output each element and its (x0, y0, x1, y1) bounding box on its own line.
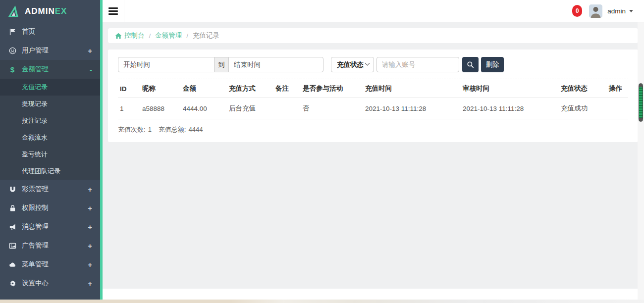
home-icon (115, 33, 122, 39)
table-row: 1 a58888 4444.00 后台充值 否 2021-10-13 11:11… (118, 98, 628, 119)
user-dropdown[interactable]: admin (607, 7, 633, 15)
column-header-audit-time: 审核时间 (461, 79, 559, 98)
cell-remark (273, 98, 301, 119)
records-panel: 到 充值状态 删除 (108, 50, 638, 142)
search-button[interactable] (462, 57, 479, 72)
breadcrumb-finance-link[interactable]: 金额管理 (155, 31, 182, 40)
notification-badge[interactable]: 0 (572, 5, 582, 17)
finance-submenu: 充值记录 提现记录 投注记录 金额流水 盈亏统计 代理团队记录 (0, 79, 100, 180)
submenu-item-profit-stats[interactable]: 盈亏统计 (0, 146, 100, 163)
expand-plus-icon: + (88, 260, 92, 269)
expand-plus-icon: + (88, 279, 92, 288)
cell-id: 1 (118, 98, 140, 119)
filter-bar: 到 充值状态 删除 (118, 57, 628, 72)
recharge-count-value: 1 (148, 126, 152, 133)
avatar[interactable] (589, 4, 602, 18)
start-time-input[interactable] (118, 57, 215, 72)
expand-plus-icon: + (88, 223, 92, 231)
account-input[interactable] (376, 57, 459, 72)
sidebar: ADMINEX 首页 用户管理 + $ 金额管理 - 充值记录 提现记录 投注记… (0, 0, 100, 300)
submenu-item-recharge-records[interactable]: 充值记录 (0, 79, 100, 96)
submenu-label: 金额流水 (22, 133, 48, 142)
vertical-scrollbar-thumb[interactable] (639, 83, 643, 122)
submenu-item-agent-team-records[interactable]: 代理团队记录 (0, 163, 100, 180)
cell-method: 后台充值 (227, 98, 273, 119)
cell-recharge-time: 2021-10-13 11:11:28 (363, 98, 461, 119)
expand-plus-icon: + (88, 185, 92, 194)
end-time-input[interactable] (228, 57, 323, 72)
cell-activity: 否 (301, 98, 363, 119)
sidebar-item-ads[interactable]: 广告管理 + (0, 236, 100, 255)
delete-button[interactable]: 删除 (481, 57, 504, 72)
vertical-scrollbar-track[interactable] (638, 22, 644, 300)
breadcrumb: 控制台 / 金额管理 / 充值记录 (108, 28, 638, 43)
sidebar-item-lottery[interactable]: 彩票管理 + (0, 180, 100, 199)
sidebar-item-label: 权限控制 (22, 203, 49, 212)
search-icon (467, 61, 474, 68)
submenu-label: 投注记录 (22, 116, 48, 125)
sidebar-item-menus[interactable]: 菜单管理 + (0, 255, 100, 274)
sidebar-item-label: 首页 (22, 27, 35, 36)
main-area: 0 admin 控制台 / 金额管理 / 充值记录 (103, 0, 644, 303)
chevron-down-icon (629, 10, 633, 12)
column-header-method: 充值方式 (227, 79, 273, 98)
sidebar-toggle-button[interactable] (103, 0, 124, 22)
submenu-item-amount-flow[interactable]: 金额流水 (0, 129, 100, 146)
sidebar-item-home[interactable]: 首页 (0, 22, 100, 41)
sidebar-item-label: 设置中心 (22, 279, 49, 288)
magnet-icon (8, 185, 17, 193)
cell-nickname: a58888 (140, 98, 181, 119)
user-icon (8, 47, 17, 54)
date-range-group: 到 (118, 57, 323, 72)
horizontal-scrollbar[interactable] (0, 300, 644, 303)
bullhorn-icon (8, 223, 17, 231)
breadcrumb-separator: / (149, 32, 151, 40)
sidebar-item-label: 消息管理 (22, 222, 49, 231)
sidebar-item-messages[interactable]: 消息管理 + (0, 217, 100, 236)
brand-name: ADMINEX (25, 6, 67, 16)
recharge-status-select[interactable]: 充值状态 (331, 57, 374, 72)
chevron-down-icon (365, 61, 370, 66)
cell-status: 充值成功 (559, 98, 607, 119)
expand-minus-icon: - (90, 65, 92, 74)
topbar: 0 admin (103, 0, 644, 22)
sidebar-item-users[interactable]: 用户管理 + (0, 41, 100, 60)
sidebar-item-label: 彩票管理 (22, 185, 49, 194)
sidebar-item-label: 用户管理 (22, 46, 49, 55)
lock-icon (8, 204, 17, 212)
date-range-to-label: 到 (215, 57, 228, 72)
sidebar-item-permissions[interactable]: 权限控制 + (0, 199, 100, 217)
cell-actions (607, 98, 628, 119)
submenu-item-withdraw-records[interactable]: 提现记录 (0, 96, 100, 112)
submenu-label: 代理团队记录 (22, 167, 60, 176)
sidebar-item-settings[interactable]: 设置中心 + (0, 274, 100, 293)
column-header-status: 充值状态 (559, 79, 607, 98)
submenu-label: 充值记录 (22, 83, 48, 92)
submenu-item-bet-records[interactable]: 投注记录 (0, 112, 100, 129)
sidebar-item-finance[interactable]: $ 金额管理 - (0, 60, 100, 79)
content: 控制台 / 金额管理 / 充值记录 到 充值状态 (103, 22, 644, 142)
breadcrumb-item-label: 金额管理 (155, 31, 182, 40)
breadcrumb-current: 充值记录 (193, 31, 219, 40)
summary-line: 充值次数:1充值总额:4444 (118, 119, 628, 142)
recharge-count-label: 充值次数: (118, 126, 146, 133)
column-header-recharge-time: 充值时间 (363, 79, 461, 98)
expand-plus-icon: + (88, 47, 92, 55)
brand-logo[interactable]: ADMINEX (0, 0, 100, 22)
brand-logo-icon (8, 5, 21, 18)
column-header-remark: 备注 (273, 79, 301, 98)
sidebar-item-label: 广告管理 (22, 241, 49, 250)
recharge-total-value: 4444 (188, 126, 203, 133)
submenu-label: 提现记录 (22, 100, 48, 108)
breadcrumb-separator: / (186, 32, 188, 40)
topbar-right: 0 admin (572, 4, 644, 18)
cell-audit-time: 2021-10-13 11:11:28 (461, 98, 559, 119)
sidebar-item-label: 金额管理 (22, 65, 49, 74)
breadcrumb-item-label: 控制台 (124, 31, 145, 40)
column-header-amount: 金额 (181, 79, 227, 98)
column-header-activity: 是否参与活动 (301, 79, 363, 98)
breadcrumb-home-link[interactable]: 控制台 (115, 31, 145, 40)
image-icon (8, 242, 17, 250)
cloud-icon (8, 260, 17, 268)
column-header-nickname: 昵称 (140, 79, 181, 98)
